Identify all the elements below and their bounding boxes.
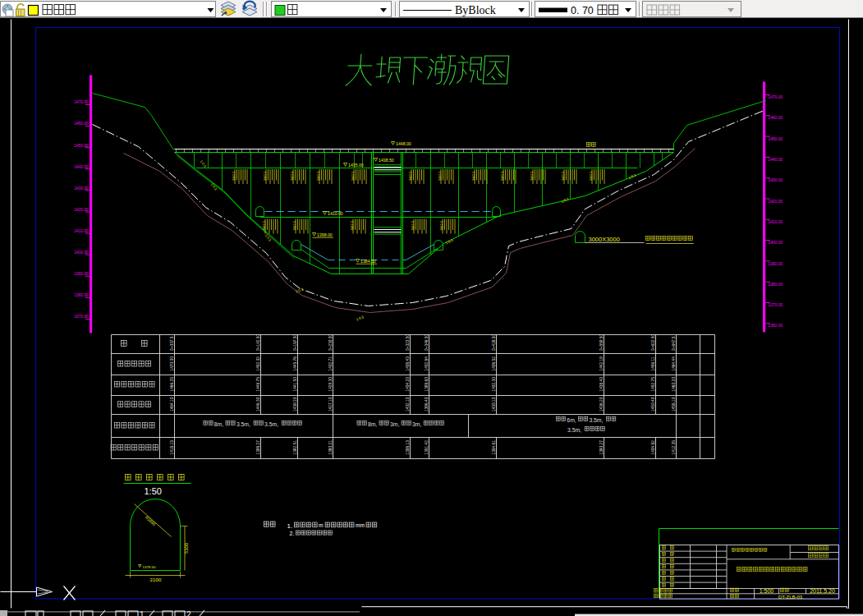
svg-text:0+037.5: 0+037.5 (170, 336, 174, 351)
svg-text:1438.40: 1438.40 (599, 377, 604, 392)
svg-text:0. 70: 0. 70 (571, 5, 594, 16)
svg-text:1445.76: 1445.76 (293, 356, 297, 371)
svg-text:1429.30: 1429.30 (328, 377, 333, 392)
svg-text:1:500: 1:500 (760, 588, 774, 594)
svg-text:1436.20: 1436.20 (599, 397, 604, 411)
svg-text:1438.50: 1438.50 (379, 158, 394, 163)
svg-text:1384.50: 1384.50 (360, 259, 376, 264)
svg-text:1404.82: 1404.82 (651, 440, 655, 455)
svg-text:2100: 2100 (150, 577, 162, 582)
svg-text:2011.5.20: 2011.5.20 (810, 588, 835, 594)
svg-text:1: 1 (140, 610, 145, 616)
svg-text:1470.00: 1470.00 (170, 356, 174, 371)
svg-text:3@2.5: 3@2.5 (590, 172, 593, 181)
svg-text:1400.10: 1400.10 (492, 397, 496, 411)
svg-text:1370.00: 1370.00 (769, 303, 783, 307)
svg-text:ByBlock: ByBlock (455, 4, 496, 16)
svg-text:3m,: 3m, (390, 421, 399, 427)
svg-text:1410.00: 1410.00 (328, 211, 343, 216)
svg-text:0+647.5: 0+647.5 (672, 336, 676, 351)
svg-text:3@2.5: 3@2.5 (411, 221, 415, 230)
svg-text:3@2.5: 3@2.5 (472, 172, 475, 181)
svg-text:1398.27: 1398.27 (256, 440, 260, 455)
svg-text:3@2.5: 3@2.5 (263, 221, 266, 230)
svg-text:mm: mm (356, 522, 365, 528)
svg-text:0+230.00: 0+230.00 (328, 334, 333, 351)
svg-text:1402.84: 1402.84 (425, 356, 429, 371)
svg-text:3@2.5: 3@2.5 (232, 172, 236, 181)
svg-text:3@2.5: 3@2.5 (293, 221, 296, 230)
svg-text:1470.00: 1470.00 (74, 100, 89, 104)
svg-text:1439.20: 1439.20 (293, 397, 297, 411)
svg-text:1452.75: 1452.75 (651, 377, 655, 392)
svg-text:1464.10: 1464.10 (170, 397, 174, 411)
svg-text:3000X3000: 3000X3000 (589, 236, 620, 243)
svg-text:5300: 5300 (184, 543, 189, 554)
svg-text:0+346.50: 0+346.50 (425, 334, 429, 351)
svg-text:1458.10: 1458.10 (672, 397, 676, 411)
svg-text:3m,: 3m, (412, 421, 421, 427)
svg-text:3.5m,: 3.5m, (567, 427, 581, 433)
svg-text:0+187.50: 0+187.50 (293, 334, 297, 351)
svg-text:2: 2 (186, 610, 191, 616)
svg-text:1360.00: 1360.00 (769, 324, 783, 328)
svg-text:1412.35: 1412.35 (672, 440, 676, 455)
svg-text:3@2.5: 3@2.5 (438, 172, 442, 181)
svg-text:1466.25: 1466.25 (170, 377, 174, 392)
svg-text:1380.00: 1380.00 (769, 283, 783, 287)
svg-text:1448.75: 1448.75 (256, 377, 260, 392)
svg-text:1446.30: 1446.30 (256, 397, 260, 411)
svg-text:1400.00: 1400.00 (74, 251, 89, 255)
svg-text:1470.00: 1470.00 (769, 95, 783, 99)
svg-text:3@2.5: 3@2.5 (291, 172, 294, 181)
svg-text:1452.02: 1452.02 (256, 356, 260, 371)
svg-text:3@2.5: 3@2.5 (530, 172, 534, 181)
svg-text:1370.00: 1370.00 (74, 315, 89, 319)
svg-text:1390.00: 1390.00 (769, 262, 783, 266)
svg-text:3@2.5: 3@2.5 (501, 172, 504, 181)
svg-text:3@2.5: 3@2.5 (351, 172, 355, 181)
svg-text:1450.00: 1450.00 (74, 144, 89, 148)
svg-text:1356.13: 1356.13 (406, 440, 410, 455)
svg-text:3.5m,: 3.5m, (236, 421, 250, 427)
svg-text:1430.00: 1430.00 (74, 186, 89, 191)
svg-text:8m,: 8m, (368, 421, 377, 427)
svg-text:3@2.5: 3@2.5 (440, 221, 443, 230)
svg-text:1460.00: 1460.00 (74, 122, 89, 126)
svg-text:1441.50: 1441.50 (293, 377, 297, 392)
svg-text:1460.00: 1460.00 (769, 116, 783, 120)
svg-text:0+622.50: 0+622.50 (651, 334, 655, 351)
svg-text:3@2.5: 3@2.5 (317, 172, 320, 181)
svg-text:1398.60: 1398.60 (425, 377, 429, 392)
svg-text:1410.00: 1410.00 (74, 229, 89, 233)
svg-text:1430.00: 1430.00 (769, 178, 783, 182)
svg-text:1400.00: 1400.00 (769, 241, 783, 245)
svg-text:1351.42: 1351.42 (425, 440, 429, 455)
svg-text:1442.19: 1442.19 (599, 356, 604, 371)
svg-text:1398.00: 1398.00 (317, 232, 333, 237)
svg-text:1354.61: 1354.61 (492, 440, 496, 455)
svg-text:1410.00: 1410.00 (769, 220, 783, 224)
svg-text:1464.44: 1464.44 (672, 356, 676, 371)
svg-text:1379.50: 1379.50 (143, 565, 156, 569)
svg-text:3@2.5: 3@2.5 (409, 172, 412, 181)
svg-text:1435.00: 1435.00 (348, 163, 364, 168)
svg-text:3.5m,: 3.5m, (264, 421, 278, 427)
svg-text:1420.00: 1420.00 (769, 200, 783, 204)
svg-text:1402.30: 1402.30 (492, 377, 496, 392)
svg-text:1418.15: 1418.15 (170, 440, 174, 455)
svg-text:1392.51: 1392.51 (293, 440, 297, 455)
svg-text:1.: 1. (287, 522, 293, 530)
svg-text:DT-ZLB-03: DT-ZLB-03 (778, 595, 803, 600)
svg-text:1390.27: 1390.27 (599, 440, 604, 455)
svg-text:1396.40: 1396.40 (425, 397, 429, 411)
svg-text:0+559.50: 0+559.50 (599, 334, 604, 351)
svg-text:1450.40: 1450.40 (651, 397, 655, 411)
svg-text:1427.10: 1427.10 (328, 397, 333, 411)
svg-text:1:50: 1:50 (145, 486, 162, 496)
svg-text:1406.52: 1406.52 (492, 356, 496, 371)
svg-text:1450.00: 1450.00 (769, 137, 783, 141)
svg-text:1440.00: 1440.00 (769, 158, 783, 162)
svg-text:0+428.50: 0+428.50 (492, 334, 496, 351)
svg-text:1380.00: 1380.00 (74, 293, 89, 297)
